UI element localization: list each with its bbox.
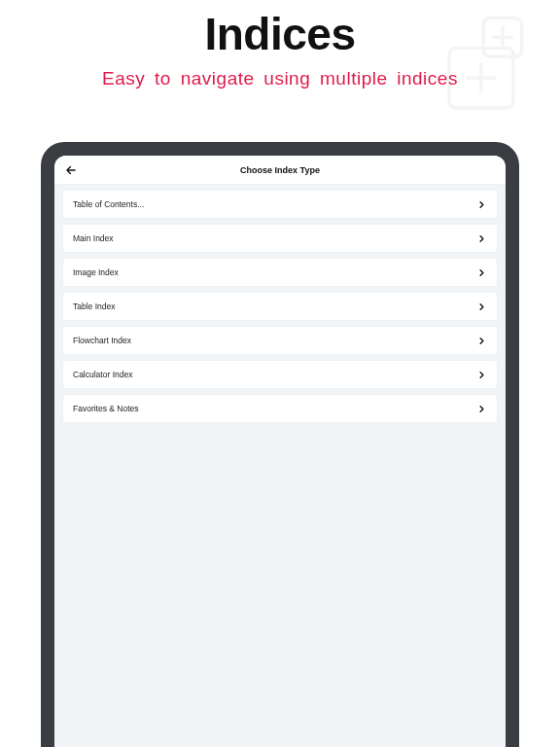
list-item-toc[interactable]: Table of Contents...	[62, 190, 498, 219]
list-item-label: Favorites & Notes	[73, 404, 139, 413]
list-item-image[interactable]: Image Index	[62, 258, 498, 287]
list-item-table[interactable]: Table Index	[62, 292, 498, 321]
back-button[interactable]	[64, 163, 78, 177]
arrow-left-icon	[64, 163, 78, 177]
chevron-right-icon	[475, 267, 487, 278]
list-item-label: Table of Contents...	[73, 199, 144, 209]
list-item-label: Main Index	[73, 233, 114, 243]
list-item-label: Calculator Index	[73, 370, 132, 379]
list-item-label: Image Index	[73, 267, 119, 277]
nav-title: Choose Index Type	[64, 165, 496, 175]
chevron-right-icon	[475, 198, 487, 210]
list-item-calculator[interactable]: Calculator Index	[62, 360, 498, 389]
navigation-bar: Choose Index Type	[54, 156, 506, 185]
list-item-favorites[interactable]: Favorites & Notes	[62, 394, 498, 423]
list-item-label: Table Index	[73, 302, 115, 311]
chevron-right-icon	[475, 369, 487, 380]
chevron-right-icon	[475, 335, 487, 346]
list-item-label: Flowchart Index	[73, 336, 131, 345]
list-item-main[interactable]: Main Index	[62, 224, 498, 253]
promo-subtitle: Easy to navigate using multiple indices	[0, 68, 560, 89]
chevron-right-icon	[475, 403, 487, 414]
tablet-frame: Choose Index Type Table of Contents... M…	[41, 142, 519, 747]
tablet-screen: Choose Index Type Table of Contents... M…	[54, 156, 506, 747]
list-item-flowchart[interactable]: Flowchart Index	[62, 326, 498, 355]
chevron-right-icon	[475, 301, 487, 312]
chevron-right-icon	[475, 232, 487, 244]
promo-title: Indices	[0, 8, 560, 60]
index-list: Table of Contents... Main Index Image In…	[54, 185, 506, 747]
